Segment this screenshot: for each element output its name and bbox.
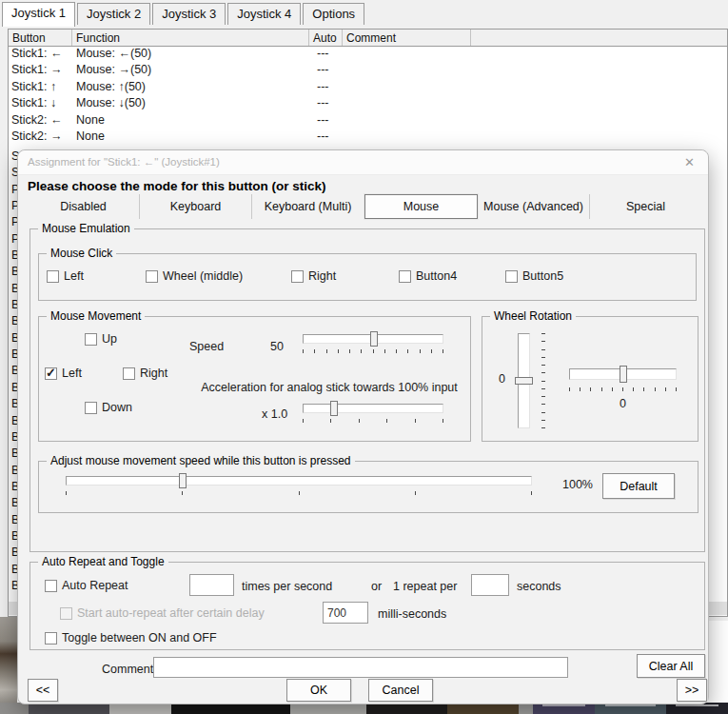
delay-input[interactable] [323, 602, 368, 624]
acceleration-slider[interactable] [303, 404, 443, 415]
row-function-cell: None [72, 129, 309, 146]
table-row[interactable]: Stick1: → Mouse: →(50) --- [9, 63, 727, 79]
checkbox-box[interactable] [45, 367, 57, 380]
checkbox-right-click[interactable]: Right [291, 269, 336, 283]
speed-label: Speed [189, 340, 224, 353]
checkbox-button4[interactable]: Button4 [399, 269, 457, 283]
column-header-extra[interactable] [471, 30, 727, 46]
checkbox-move-down[interactable]: Down [85, 401, 132, 414]
checkbox-label: Button5 [522, 269, 563, 283]
checkbox-label: Wheel (middle) [163, 269, 243, 283]
list-header: Button Function Auto Comment [9, 30, 727, 47]
ok-button[interactable]: OK [286, 679, 351, 702]
default-button[interactable]: Default [602, 473, 675, 499]
table-row[interactable]: Stick2: ← None --- [9, 113, 727, 129]
tab-options[interactable]: Options [303, 3, 364, 25]
row-button-cell: Stick2: ← [9, 113, 72, 129]
group-title: Mouse Movement [47, 309, 145, 323]
table-row[interactable]: Stick1: ← Mouse: ←(50) --- [9, 47, 727, 63]
checkbox-button5[interactable]: Button5 [505, 269, 563, 283]
checkbox-box[interactable] [45, 580, 57, 592]
table-row[interactable]: Stick2: → None --- [9, 129, 727, 146]
wheel-horizontal-slider[interactable] [569, 368, 677, 381]
cancel-button[interactable]: Cancel [368, 679, 433, 702]
checkbox-label: Toggle between ON and OFF [62, 631, 217, 645]
checkbox-box[interactable] [85, 402, 97, 414]
checkbox-toggle-on-off[interactable]: Toggle between ON and OFF [45, 631, 217, 645]
checkbox-box[interactable] [123, 367, 135, 380]
tab-joystick-2[interactable]: Joystick 2 [77, 3, 150, 25]
comment-input[interactable] [153, 657, 568, 678]
table-row[interactable]: Stick1: ↑ Mouse: ↑(50) --- [9, 80, 727, 96]
wheel-vertical-slider[interactable] [518, 333, 530, 428]
mode-tab-special[interactable]: Special [590, 194, 701, 219]
wheel-vertical-ticks [541, 333, 546, 428]
checkbox-move-right[interactable]: Right [123, 367, 167, 380]
mode-tab-disabled[interactable]: Disabled [28, 194, 140, 219]
slider-thumb[interactable] [179, 473, 187, 488]
assignment-dialog: Assignment for "Stick1: ←" (Joystick#1) … [17, 149, 709, 704]
checkbox-auto-repeat[interactable]: Auto Repeat [45, 579, 128, 592]
wheel-horizontal-value: 0 [569, 397, 677, 410]
slider-track[interactable] [303, 404, 443, 413]
checkbox-box[interactable] [399, 270, 411, 283]
checkbox-box[interactable] [47, 270, 59, 283]
next-button[interactable]: >> [677, 679, 707, 702]
checkbox-move-up[interactable]: Up [85, 332, 117, 346]
checkbox-label: Right [308, 269, 336, 283]
times-per-second-input[interactable] [189, 574, 234, 596]
column-header-button[interactable]: Button [9, 30, 72, 46]
mode-tab-keyboard[interactable]: Keyboard [140, 194, 252, 219]
checkbox-label: Left [62, 367, 82, 380]
tab-joystick-1[interactable]: Joystick 1 [2, 2, 75, 27]
checkbox-box[interactable] [146, 270, 158, 283]
checkbox-label: Button4 [416, 269, 457, 283]
checkbox-box[interactable] [45, 632, 57, 645]
clear-all-button[interactable]: Clear All [637, 654, 705, 678]
mode-tab-keyboard-multi[interactable]: Keyboard (Multi) [252, 194, 364, 219]
speed-slider-ticks [303, 349, 443, 354]
row-button-cell: Stick1: ← [9, 47, 72, 63]
checkbox-move-left[interactable]: Left [45, 367, 82, 380]
previous-button[interactable]: << [28, 679, 58, 702]
speed-slider[interactable] [303, 334, 443, 346]
checkbox-label: Up [102, 332, 117, 346]
or-label: or [371, 580, 382, 593]
seconds-label: seconds [517, 580, 561, 593]
checkbox-start-delay[interactable]: Start auto-repeat after certain delay [60, 606, 265, 620]
wheel-horizontal-ticks [569, 387, 677, 392]
column-header-function[interactable]: Function [72, 30, 309, 46]
table-row[interactable]: Stick1: ↓ Mouse: ↓(50) --- [9, 96, 727, 112]
slider-track[interactable] [66, 476, 532, 486]
slider-thumb[interactable] [515, 377, 533, 385]
row-button-cell: Stick2: → [9, 129, 72, 146]
tab-joystick-3[interactable]: Joystick 3 [152, 3, 226, 25]
group-auto-repeat: Auto Repeat and Toggle Auto Repeat times… [30, 562, 705, 650]
dialog-titlebar[interactable]: Assignment for "Stick1: ←" (Joystick#1) … [18, 150, 708, 175]
close-icon[interactable]: ✕ [684, 155, 695, 169]
tab-joystick-4[interactable]: Joystick 4 [227, 3, 301, 25]
column-header-comment[interactable]: Comment [343, 30, 471, 46]
repeat-per-label: 1 repeat per [393, 580, 457, 593]
checkbox-left-click[interactable]: Left [47, 269, 84, 283]
checkbox-box[interactable] [85, 333, 97, 346]
checkbox-label: Start auto-repeat after certain delay [77, 606, 265, 620]
repeat-seconds-input[interactable] [471, 574, 509, 596]
times-per-second-label: times per second [242, 580, 332, 593]
mode-tab-mouse-advanced[interactable]: Mouse (Advanced) [478, 194, 590, 219]
dialog-title: Assignment for "Stick1: ←" (Joystick#1) [28, 156, 220, 168]
slider-thumb[interactable] [370, 331, 378, 347]
column-header-auto[interactable]: Auto [309, 30, 343, 46]
mode-tabs: Disabled Keyboard Keyboard (Multi) Mouse… [28, 194, 701, 219]
checkbox-box[interactable] [291, 270, 304, 283]
adjust-speed-value: 100% [562, 478, 593, 491]
checkbox-box[interactable] [60, 607, 72, 620]
checkbox-box[interactable] [505, 270, 518, 283]
group-wheel-rotation: Wheel Rotation 0 0 [482, 316, 698, 442]
slider-thumb[interactable] [330, 401, 338, 416]
comment-label: Comment: [102, 663, 157, 676]
checkbox-wheel-middle[interactable]: Wheel (middle) [146, 269, 243, 283]
slider-thumb[interactable] [620, 366, 627, 383]
adjust-speed-slider[interactable] [66, 476, 532, 486]
mode-tab-mouse[interactable]: Mouse [364, 194, 478, 219]
